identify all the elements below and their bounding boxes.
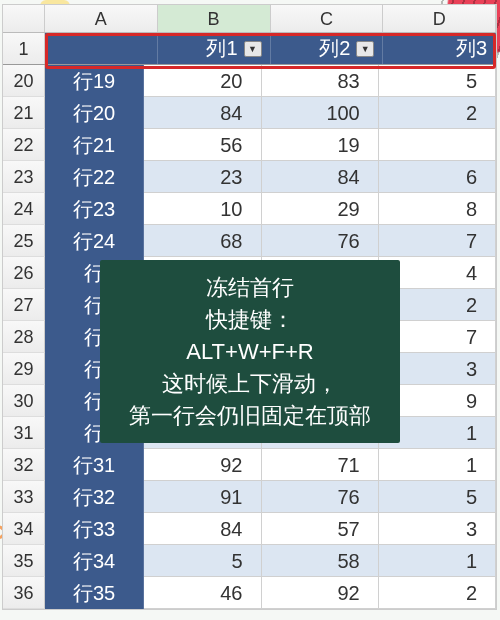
data-cell[interactable]: 92 — [262, 577, 379, 609]
column-header-B[interactable]: B — [158, 5, 271, 32]
tip-line: 快捷键： — [106, 304, 394, 336]
row-number[interactable]: 31 — [3, 417, 45, 449]
table-row: 22行215619 — [3, 129, 496, 161]
table-row: 33行3291765 — [3, 481, 496, 513]
row-label-cell[interactable]: 行24 — [45, 225, 144, 257]
row-label-cell[interactable]: 行31 — [45, 449, 144, 481]
column-header-row: ABCD — [3, 5, 496, 33]
table-row: 20行1920835 — [3, 65, 496, 97]
table-header-cell[interactable] — [45, 33, 158, 64]
row-number[interactable]: 23 — [3, 161, 45, 193]
table-header-label: 列2 — [319, 35, 350, 62]
tip-line: 冻结首行 — [106, 272, 394, 304]
row-label-cell[interactable]: 行32 — [45, 481, 144, 513]
data-cell[interactable]: 46 — [144, 577, 261, 609]
data-cell[interactable]: 5 — [379, 481, 496, 513]
data-cell[interactable]: 71 — [262, 449, 379, 481]
row-number[interactable]: 26 — [3, 257, 45, 289]
data-cell[interactable]: 76 — [262, 481, 379, 513]
column-header-C[interactable]: C — [271, 5, 384, 32]
row-number[interactable]: 29 — [3, 353, 45, 385]
data-cell[interactable]: 8 — [379, 193, 496, 225]
table-row: 32行3192711 — [3, 449, 496, 481]
table-row: 24行2310298 — [3, 193, 496, 225]
table-row: 35行345581 — [3, 545, 496, 577]
table-header-label: 列1 — [206, 35, 237, 62]
data-cell[interactable]: 23 — [144, 161, 261, 193]
data-cell[interactable]: 2 — [379, 577, 496, 609]
data-cell[interactable]: 29 — [262, 193, 379, 225]
table-row: 34行3384573 — [3, 513, 496, 545]
data-cell[interactable]: 7 — [379, 225, 496, 257]
data-cell[interactable]: 83 — [262, 65, 379, 97]
row-label-cell[interactable]: 行33 — [45, 513, 144, 545]
table-row: 21行20841002 — [3, 97, 496, 129]
row-number[interactable]: 32 — [3, 449, 45, 481]
data-cell[interactable]: 91 — [144, 481, 261, 513]
data-cell[interactable]: 6 — [379, 161, 496, 193]
data-cell[interactable]: 5 — [144, 545, 261, 577]
table-row: 23行2223846 — [3, 161, 496, 193]
filter-dropdown-icon[interactable]: ▼ — [244, 41, 262, 57]
data-cell[interactable]: 68 — [144, 225, 261, 257]
row-label-cell[interactable]: 行21 — [45, 129, 144, 161]
column-header-D[interactable]: D — [383, 5, 496, 32]
row-label-cell[interactable]: 行34 — [45, 545, 144, 577]
row-number[interactable]: 25 — [3, 225, 45, 257]
data-cell[interactable]: 84 — [262, 161, 379, 193]
data-cell[interactable]: 76 — [262, 225, 379, 257]
table-row: 36行3546922 — [3, 577, 496, 609]
data-cell[interactable]: 1 — [379, 449, 496, 481]
data-cell[interactable]: 3 — [379, 513, 496, 545]
data-cell[interactable]: 58 — [262, 545, 379, 577]
tip-overlay: 冻结首行 快捷键： ALT+W+F+R 这时候上下滑动， 第一行会仍旧固定在顶部 — [100, 260, 400, 443]
row-number[interactable]: 21 — [3, 97, 45, 129]
table-header-cell[interactable]: 列3 — [383, 33, 496, 64]
row-label-cell[interactable]: 行22 — [45, 161, 144, 193]
row-number[interactable]: 27 — [3, 289, 45, 321]
data-cell[interactable]: 84 — [144, 513, 261, 545]
column-header-A[interactable]: A — [45, 5, 158, 32]
data-cell[interactable]: 2 — [379, 97, 496, 129]
table-header-label: 列3 — [456, 35, 487, 62]
row-number[interactable]: 35 — [3, 545, 45, 577]
row-number[interactable]: 20 — [3, 65, 45, 97]
tip-line: 第一行会仍旧固定在顶部 — [106, 400, 394, 432]
table-row: 25行2468767 — [3, 225, 496, 257]
row-number[interactable]: 1 — [3, 33, 45, 64]
filter-dropdown-icon[interactable]: ▼ — [356, 41, 374, 57]
data-cell[interactable]: 5 — [379, 65, 496, 97]
row-number[interactable]: 33 — [3, 481, 45, 513]
data-cell[interactable]: 84 — [144, 97, 261, 129]
data-cell[interactable]: 92 — [144, 449, 261, 481]
data-cell[interactable]: 100 — [262, 97, 379, 129]
data-cell[interactable]: 20 — [144, 65, 261, 97]
row-number[interactable]: 30 — [3, 385, 45, 417]
data-cell[interactable]: 57 — [262, 513, 379, 545]
data-cell[interactable]: 1 — [379, 545, 496, 577]
row-label-cell[interactable]: 行20 — [45, 97, 144, 129]
row-number[interactable]: 24 — [3, 193, 45, 225]
row-number[interactable]: 22 — [3, 129, 45, 161]
select-all-corner[interactable] — [3, 5, 45, 32]
row-number[interactable]: 34 — [3, 513, 45, 545]
row-label-cell[interactable]: 行19 — [45, 65, 144, 97]
table-header-cell[interactable]: 列1▼ — [158, 33, 271, 64]
row-label-cell[interactable]: 行35 — [45, 577, 144, 609]
data-cell[interactable]: 19 — [262, 129, 379, 161]
table-header-cell[interactable]: 列2▼ — [271, 33, 384, 64]
tip-line: ALT+W+F+R — [106, 336, 394, 368]
row-number[interactable]: 28 — [3, 321, 45, 353]
data-cell[interactable] — [379, 129, 496, 161]
frozen-header-row: 1 列1▼列2▼列3 — [3, 33, 496, 65]
row-number[interactable]: 36 — [3, 577, 45, 609]
data-cell[interactable]: 56 — [144, 129, 261, 161]
data-cell[interactable]: 10 — [144, 193, 261, 225]
row-label-cell[interactable]: 行23 — [45, 193, 144, 225]
tip-line: 这时候上下滑动， — [106, 368, 394, 400]
